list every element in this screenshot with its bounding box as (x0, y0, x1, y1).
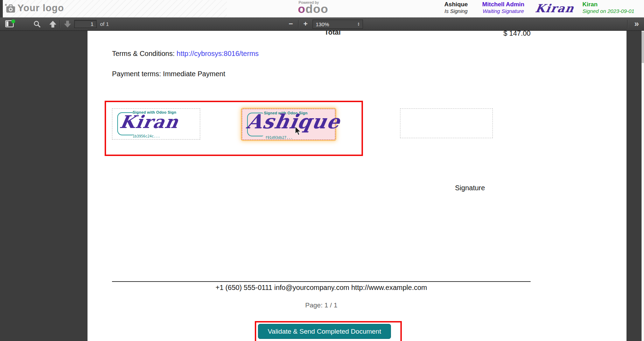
terms-link[interactable]: http://cybrosys:8016/terms (177, 50, 259, 57)
page-indicator: Page: 1 / 1 (112, 301, 531, 309)
signer-status-text: Is Signing (437, 8, 475, 14)
vertical-scrollbar[interactable] (642, 31, 644, 341)
previous-page-button[interactable] (48, 20, 58, 28)
pdf-toolbar: of 1 − + 130% ▲▼ » (0, 17, 644, 31)
odoo-logo-first-letter: o (298, 2, 306, 15)
page-count-label: of 1 (100, 21, 109, 27)
signer-status-text: Signed on 2023-09-01 (582, 8, 644, 14)
page-number-input[interactable] (74, 20, 97, 28)
payment-terms-line: Payment terms: Immediate Payment (112, 70, 225, 78)
top-bar: Your logo Powered by odoo Ashique Is Sig… (0, 0, 644, 17)
zoom-in-button[interactable]: + (301, 19, 310, 29)
pdf-viewer-area: Total $ 147.00 Terms & Conditions: http:… (0, 31, 644, 341)
next-page-button[interactable] (62, 20, 73, 28)
sidebar-toggle-button[interactable] (4, 19, 16, 29)
odoo-logo-rest: doo (306, 2, 328, 15)
terms-line: Terms & Conditions: http://cybrosys:8016… (112, 50, 259, 58)
terms-label: Terms & Conditions: (112, 50, 177, 57)
pdf-page: Total $ 147.00 Terms & Conditions: http:… (88, 31, 626, 341)
camera-icon (5, 3, 16, 14)
toolbar-separator (298, 20, 299, 28)
signature-field-ashique[interactable]: Signed with Odoo Sign Ashique f91d93db27… (242, 109, 335, 140)
notification-dot (12, 20, 15, 23)
zoom-level-value: 130% (316, 21, 329, 27)
signature-field-kiran[interactable]: Signed with Odoo Sign Kiran 1b3956c24c..… (112, 108, 200, 140)
validate-send-button[interactable]: Validate & Send Completed Document (258, 324, 391, 339)
signature-hash: f91d93db27... (265, 136, 293, 140)
expand-toolbar-icon: » (634, 19, 639, 29)
signer-status-text: Waiting Signature (475, 8, 531, 14)
toolbar-separator (627, 20, 628, 28)
zoom-select-arrows-icon: ▲▼ (357, 22, 360, 26)
footer-divider (112, 281, 531, 282)
odoo-logo: odoo (298, 2, 328, 16)
signature-label: Signature (455, 184, 485, 192)
total-value: $ 147.00 (472, 31, 531, 37)
zoom-in-icon: + (303, 20, 308, 28)
signer-status-kiran: Kiran Signed on 2023-09-01 (582, 1, 644, 14)
signature-script-kiran: Kiran (118, 112, 181, 132)
total-label: Total (324, 31, 341, 36)
signer-status-mitchell: Mitchell Admin Waiting Signature (475, 1, 531, 14)
page-down-icon (64, 20, 71, 28)
expand-toolbar-button[interactable]: » (631, 19, 642, 29)
signature-field-empty[interactable] (400, 108, 493, 138)
page-up-icon (49, 20, 57, 28)
scrollbar-thumb[interactable] (642, 31, 644, 63)
toolbar-separator (59, 20, 60, 28)
footer-contact: +1 (650) 555-0111 info@yourcompany.com h… (112, 284, 531, 292)
header-signature-script: Kiran (534, 2, 576, 15)
signer-name: Ashique (437, 1, 475, 8)
signature-script-ashique: Ashique (245, 110, 342, 133)
signature-hash: 1b3956c24c... (133, 134, 160, 138)
signer-name: Mitchell Admin (475, 1, 531, 8)
cursor-icon (295, 127, 301, 136)
sidebar-toggle-icon (5, 20, 15, 29)
zoom-out-icon: − (289, 20, 293, 28)
signer-name: Kiran (582, 1, 644, 8)
window-edge-strip (0, 0, 3, 17)
zoom-level-select[interactable]: 130% ▲▼ (313, 20, 363, 29)
zoom-out-button[interactable]: − (286, 19, 295, 29)
search-icon (33, 20, 41, 28)
signer-status-ashique: Ashique Is Signing (437, 1, 475, 14)
search-button[interactable] (32, 20, 42, 28)
company-logo-text: Your logo (18, 3, 64, 14)
